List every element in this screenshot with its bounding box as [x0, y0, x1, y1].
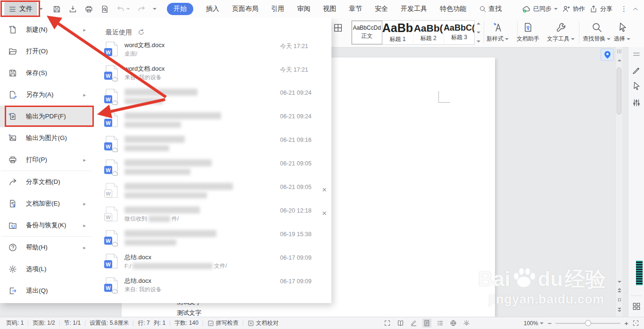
menu-item-encrypt[interactable]: 文档加密(E) ▸ — [0, 193, 92, 214]
gallery-down-arrow[interactable] — [477, 32, 480, 33]
gallery-up-arrow[interactable] — [477, 23, 480, 25]
menu-item-help[interactable]: 帮助(H) ▸ — [0, 237, 92, 258]
tab-security[interactable]: 安全 — [375, 5, 388, 13]
recent-file-row[interactable]: W 06-21 09:05 — [106, 156, 331, 180]
zoom-level-dropdown[interactable]: 100% — [524, 320, 544, 327]
recent-file-row[interactable]: W 微信收到件/ 06-20 12:18 × — [106, 204, 331, 227]
menu-item-print[interactable]: 打印(P) ▸ — [0, 149, 92, 171]
recent-file-row[interactable]: W 06-21 09:05 × — [106, 180, 331, 204]
recent-file-row[interactable]: W 总结.docx 来自: 我的设备 06-17 09:09 — [106, 274, 331, 298]
zoom-slider-thumb[interactable] — [585, 320, 591, 326]
text-tool-button[interactable]: 文字工具 — [547, 22, 575, 43]
read-mode-icon[interactable] — [396, 319, 405, 328]
menu-item-exit[interactable]: 退出(Q) — [0, 280, 92, 302]
task-window-grid-icon[interactable] — [632, 302, 641, 311]
status-word-count[interactable]: 字数: 140 — [170, 319, 203, 327]
style-item-heading3[interactable]: AaBbC( 标题 3 — [444, 21, 474, 44]
menu-item-export-image[interactable]: 输出为图片(G) — [0, 127, 92, 149]
tab-references[interactable]: 引用 — [271, 5, 284, 13]
window-controls: 已同步 协作 分享 ⋮ — [522, 5, 639, 13]
recent-file-row[interactable]: W 06-21 09:24 — [106, 86, 331, 109]
doc-proofread-toggle[interactable]: 文档校对 — [243, 319, 283, 327]
gallery-more-arrow[interactable] — [477, 41, 480, 42]
style-item-heading1[interactable]: AaBb 标题 1 — [382, 21, 413, 44]
fullscreen-view-icon[interactable] — [383, 319, 392, 328]
tab-section[interactable]: 章节 — [349, 5, 362, 13]
recent-file-row[interactable]: W 06-21 09:16 — [106, 133, 331, 156]
status-bar: 页码: 1 页面: 1/2 节: 1/1 设置值: 5.8厘米 行: 7 列: … — [0, 317, 644, 329]
recent-file-row[interactable]: W word文档.docx 来自: 我的设备 今天 17:21 — [106, 62, 331, 86]
print-icon[interactable] — [84, 5, 93, 14]
doc-assistant-button[interactable]: 文档助手 — [517, 22, 539, 43]
scroll-down-arrow[interactable] — [616, 281, 623, 283]
tab-page-layout[interactable]: 页面布局 — [232, 5, 258, 13]
menu-item-export-pdf[interactable]: 输出为PDF(F) — [0, 106, 92, 127]
next-page-button[interactable] — [616, 308, 623, 312]
print-preview-icon[interactable] — [100, 5, 109, 14]
menu-item-save[interactable]: 保存(S) — [0, 62, 92, 84]
recent-file-row[interactable]: W 总结.docx F:/文件/ 06-17 09:09 — [106, 251, 331, 274]
collapse-ribbon-icon[interactable] — [632, 5, 639, 13]
undo-icon[interactable] — [116, 5, 125, 13]
web-layout-icon[interactable] — [449, 319, 458, 328]
menu-item-share-doc[interactable]: 分享文档(D) — [0, 171, 92, 193]
redo-icon[interactable] — [137, 5, 146, 13]
pen-tool-icon[interactable] — [632, 65, 641, 74]
select-browse-object-button[interactable] — [616, 298, 623, 301]
tab-search[interactable]: 查找 — [479, 5, 502, 13]
recent-file-row[interactable]: W word文档.docx 桌面/ 今天 17:21 — [106, 39, 331, 62]
tab-home[interactable]: 开始 — [167, 3, 193, 15]
page-view-icon[interactable] — [422, 319, 431, 328]
zoom-out-button[interactable]: − — [547, 319, 552, 327]
customize-quickbar-chevron[interactable] — [153, 8, 157, 10]
file-path-redacted — [124, 145, 185, 152]
new-style-button[interactable]: 新样式 — [487, 22, 509, 43]
position-pin-button[interactable] — [601, 49, 614, 61]
scroll-up-arrow[interactable] — [618, 59, 621, 61]
menu-item-save-as[interactable]: 另存为(A) ▸ — [0, 84, 92, 106]
find-replace-button[interactable]: 查找替换 — [583, 22, 611, 43]
zoom-slider[interactable] — [555, 323, 620, 324]
menu-item-new[interactable]: 新建(N) ▸ — [0, 19, 92, 41]
refresh-icon[interactable] — [138, 29, 145, 36]
zoom-in-button[interactable]: + — [624, 319, 628, 327]
share-button[interactable]: 分享 — [589, 5, 612, 13]
recent-file-row[interactable]: W 06-19 15:38 — [106, 227, 331, 251]
style-item-heading2[interactable]: AaBb( 标题 2 — [413, 21, 444, 44]
tab-special-features[interactable]: 特色功能 — [440, 5, 466, 13]
table-tool-icon[interactable] — [333, 23, 343, 33]
settings-sliders-icon[interactable] — [632, 98, 641, 107]
close-icon[interactable]: × — [322, 186, 327, 194]
collaborate-button[interactable]: 协作 — [562, 5, 585, 13]
drag-handle-icon[interactable] — [632, 52, 641, 57]
tab-view[interactable]: 视图 — [323, 5, 336, 13]
select-cursor-icon[interactable] — [632, 81, 641, 90]
previous-page-button[interactable] — [616, 288, 623, 292]
tab-review[interactable]: 审阅 — [297, 5, 310, 13]
style-item-normal[interactable]: AaBbCcDd 正文 — [352, 21, 382, 44]
export-pdf-icon[interactable] — [68, 5, 77, 14]
close-icon[interactable]: × — [322, 209, 327, 217]
file-menu-chevron[interactable] — [39, 8, 43, 10]
spell-check-toggle[interactable]: 拼写检查 — [203, 319, 243, 327]
recent-file-row[interactable]: W 06-21 09:24 — [106, 109, 331, 133]
file-menu-button[interactable]: 文件 — [4, 2, 37, 16]
scrollbar-thumb[interactable] — [617, 67, 621, 115]
undo-history-chevron[interactable] — [126, 8, 130, 10]
save-icon[interactable] — [52, 5, 61, 14]
eye-protection-icon[interactable] — [462, 319, 471, 328]
tab-developer[interactable]: 开发工具 — [401, 5, 427, 13]
select-button[interactable]: 选择 — [614, 22, 630, 43]
share-icon — [589, 5, 598, 13]
export-image-icon — [8, 133, 17, 143]
write-mode-icon[interactable] — [409, 319, 418, 328]
menu-item-open[interactable]: 打开(O) — [0, 41, 92, 62]
more-options-icon[interactable]: ⋮ — [620, 5, 627, 13]
menu-item-backup-restore[interactable]: 备份与恢复(K) ▸ — [0, 214, 92, 236]
vertical-scrollbar[interactable] — [615, 47, 622, 317]
tab-insert[interactable]: 插入 — [206, 5, 219, 13]
fit-page-icon[interactable] — [632, 320, 639, 327]
sync-status-button[interactable]: 已同步 — [522, 5, 558, 13]
outline-view-icon[interactable] — [436, 319, 445, 328]
menu-item-options[interactable]: 选项(L) — [0, 258, 92, 280]
